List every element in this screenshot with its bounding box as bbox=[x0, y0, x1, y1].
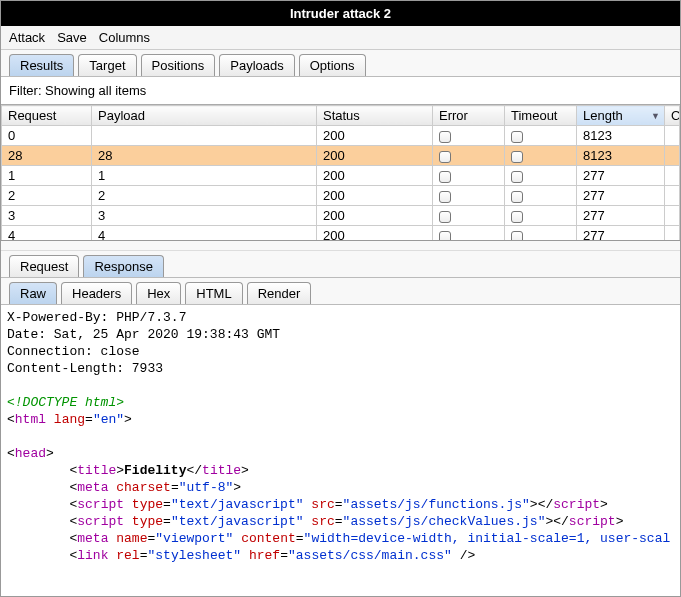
detail-tabbar: Request Response bbox=[1, 251, 680, 278]
checkbox-icon bbox=[439, 231, 451, 241]
col-comment[interactable]: Comm bbox=[665, 106, 680, 126]
hdr-connection: Connection: close bbox=[7, 344, 140, 359]
body-doctype: <!DOCTYPE html> bbox=[7, 395, 124, 410]
checkbox-icon bbox=[439, 191, 451, 203]
tab-html[interactable]: HTML bbox=[185, 282, 242, 304]
tab-render[interactable]: Render bbox=[247, 282, 312, 304]
main-tabbar: Results Target Positions Payloads Option… bbox=[1, 50, 680, 77]
checkbox-icon bbox=[439, 131, 451, 143]
tab-raw[interactable]: Raw bbox=[9, 282, 57, 304]
checkbox-icon bbox=[511, 151, 523, 163]
tab-hex[interactable]: Hex bbox=[136, 282, 181, 304]
response-raw-pane[interactable]: X-Powered-By: PHP/7.3.7 Date: Sat, 25 Ap… bbox=[1, 305, 680, 596]
checkbox-icon bbox=[511, 131, 523, 143]
menu-save[interactable]: Save bbox=[57, 30, 87, 45]
tab-target[interactable]: Target bbox=[78, 54, 136, 76]
filter-text: Filter: Showing all items bbox=[9, 83, 146, 98]
window-title: Intruder attack 2 bbox=[290, 6, 391, 21]
filter-bar[interactable]: Filter: Showing all items bbox=[1, 77, 680, 105]
results-table-wrap: Request Payload Status Error Timeout Len… bbox=[1, 105, 680, 241]
tab-options[interactable]: Options bbox=[299, 54, 366, 76]
checkbox-icon bbox=[511, 191, 523, 203]
col-length[interactable]: Length ▼ bbox=[577, 106, 665, 126]
menu-bar: Attack Save Columns bbox=[1, 26, 680, 50]
checkbox-icon bbox=[511, 171, 523, 183]
table-row[interactable]: 02008123 bbox=[2, 126, 680, 146]
table-row[interactable]: 11200277 bbox=[2, 166, 680, 186]
tab-positions[interactable]: Positions bbox=[141, 54, 216, 76]
table-row[interactable]: 22200277 bbox=[2, 186, 680, 206]
col-payload[interactable]: Payload bbox=[92, 106, 317, 126]
results-table: Request Payload Status Error Timeout Len… bbox=[1, 105, 680, 241]
checkbox-icon bbox=[511, 211, 523, 223]
window-titlebar: Intruder attack 2 bbox=[1, 1, 680, 26]
tab-payloads[interactable]: Payloads bbox=[219, 54, 294, 76]
col-error[interactable]: Error bbox=[433, 106, 505, 126]
sort-indicator-icon: ▼ bbox=[651, 111, 660, 121]
view-tabbar: Raw Headers Hex HTML Render bbox=[1, 278, 680, 305]
table-header-row: Request Payload Status Error Timeout Len… bbox=[2, 106, 680, 126]
tab-results[interactable]: Results bbox=[9, 54, 74, 76]
splitter[interactable] bbox=[1, 241, 680, 251]
hdr-date: Date: Sat, 25 Apr 2020 19:38:43 GMT bbox=[7, 327, 280, 342]
col-status[interactable]: Status bbox=[317, 106, 433, 126]
tab-response[interactable]: Response bbox=[83, 255, 164, 277]
tab-request[interactable]: Request bbox=[9, 255, 79, 277]
checkbox-icon bbox=[439, 171, 451, 183]
tab-headers[interactable]: Headers bbox=[61, 282, 132, 304]
col-request[interactable]: Request bbox=[2, 106, 92, 126]
table-row[interactable]: 33200277 bbox=[2, 206, 680, 226]
col-timeout[interactable]: Timeout bbox=[505, 106, 577, 126]
checkbox-icon bbox=[439, 211, 451, 223]
table-row[interactable]: 28282008123 bbox=[2, 146, 680, 166]
table-row[interactable]: 44200277 bbox=[2, 226, 680, 242]
hdr-x-powered: X-Powered-By: PHP/7.3.7 bbox=[7, 310, 186, 325]
checkbox-icon bbox=[439, 151, 451, 163]
menu-columns[interactable]: Columns bbox=[99, 30, 150, 45]
hdr-content-length: Content-Length: 7933 bbox=[7, 361, 163, 376]
checkbox-icon bbox=[511, 231, 523, 241]
menu-attack[interactable]: Attack bbox=[9, 30, 45, 45]
